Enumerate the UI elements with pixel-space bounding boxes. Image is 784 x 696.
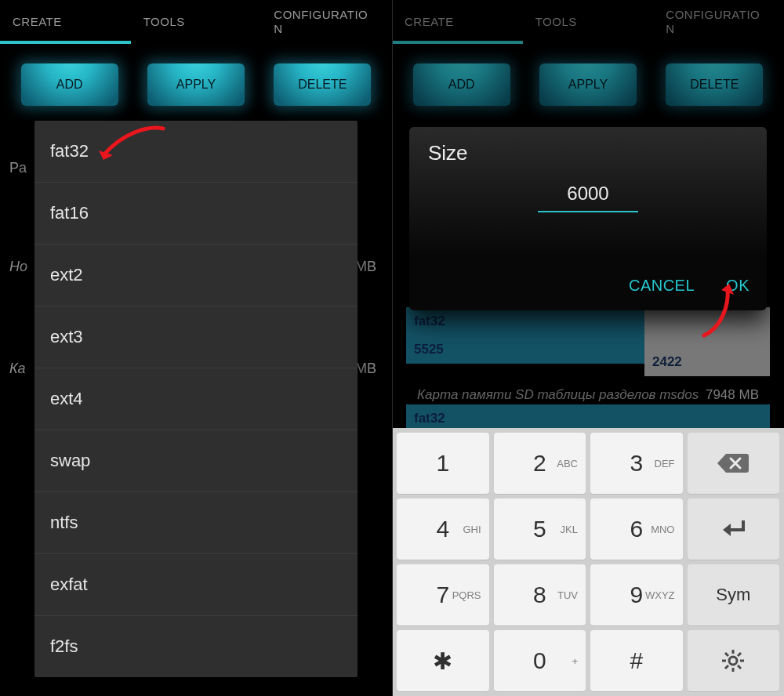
key-digit: 3 bbox=[630, 450, 643, 477]
key-digit: 6 bbox=[630, 516, 643, 542]
key-1[interactable]: 1 bbox=[397, 433, 489, 494]
key-digit: # bbox=[630, 647, 643, 674]
fs-option-label: f2fs bbox=[50, 636, 78, 657]
tab-tools[interactable]: TOOLS bbox=[131, 0, 262, 44]
fs-option-fat32[interactable]: fat32 bbox=[34, 121, 358, 183]
cancel-button[interactable]: CANCEL bbox=[629, 277, 695, 295]
action-bar: ADD APPLY DELETE bbox=[0, 45, 392, 117]
key-letters: TUV bbox=[557, 589, 578, 601]
key-letters: PQRS bbox=[452, 589, 481, 601]
key-3[interactable]: 3DEF bbox=[590, 433, 683, 494]
fs-option-label: swap bbox=[50, 451, 90, 471]
key-digit: 5 bbox=[533, 516, 546, 542]
fs-option-ntfs[interactable]: ntfs bbox=[34, 492, 358, 554]
svg-line-8 bbox=[725, 665, 728, 669]
fs-option-label: ext4 bbox=[50, 389, 83, 409]
key-star[interactable]: ✱ bbox=[397, 630, 489, 691]
delete-button[interactable]: DELETE bbox=[274, 63, 371, 106]
key-digit: 4 bbox=[436, 516, 449, 542]
key-8[interactable]: 8TUV bbox=[494, 564, 586, 625]
add-button[interactable]: ADD bbox=[21, 63, 118, 106]
key-7[interactable]: 7PQRS bbox=[397, 564, 489, 625]
enter-icon bbox=[720, 519, 746, 539]
peek-mb2: MB bbox=[355, 361, 376, 377]
key-letters: DEF bbox=[655, 458, 675, 469]
key-letters: JKL bbox=[561, 524, 578, 535]
key-letters: WXYZ bbox=[645, 589, 675, 601]
fs-option-swap[interactable]: swap bbox=[34, 430, 358, 492]
tab-config-label: CONFIGURATIO N bbox=[274, 8, 368, 36]
key-0[interactable]: 0+ bbox=[494, 630, 586, 691]
backspace-icon bbox=[717, 452, 750, 474]
fs-option-label: fat16 bbox=[50, 203, 89, 223]
peek-hov: Ho bbox=[9, 259, 27, 275]
fs-option-label: ntfs bbox=[50, 513, 78, 533]
fs-option-label: fat32 bbox=[50, 141, 89, 161]
key-enter[interactable] bbox=[688, 498, 780, 560]
key-letters: MNO bbox=[651, 524, 674, 535]
key-backspace[interactable] bbox=[688, 433, 780, 494]
peek-mb: MB bbox=[355, 259, 376, 275]
size-dialog: Size CANCEL OK bbox=[409, 127, 767, 310]
fs-option-f2fs[interactable]: f2fs bbox=[34, 616, 358, 677]
key-settings[interactable] bbox=[688, 630, 780, 691]
dialog-title: Size bbox=[428, 141, 748, 165]
tab-bar: CREATE TOOLS CONFIGURATIO N bbox=[0, 0, 392, 45]
key-5[interactable]: 5JKL bbox=[494, 498, 586, 560]
phone-left: CREATE TOOLS CONFIGURATIO N ADD APPLY DE… bbox=[0, 0, 392, 696]
svg-line-7 bbox=[738, 653, 741, 656]
key-digit: 8 bbox=[533, 582, 546, 608]
fs-option-label: ext3 bbox=[50, 327, 83, 347]
key-sym[interactable]: Sym bbox=[688, 564, 780, 625]
fs-option-ext3[interactable]: ext3 bbox=[34, 306, 358, 368]
key-2[interactable]: 2ABC bbox=[494, 433, 586, 494]
key-4[interactable]: 4GHI bbox=[397, 498, 489, 560]
apply-button[interactable]: APPLY bbox=[147, 63, 245, 106]
key-digit: 2 bbox=[533, 450, 546, 477]
fs-option-label: ext2 bbox=[50, 265, 83, 285]
svg-point-0 bbox=[729, 657, 737, 665]
tab-create-label: CREATE bbox=[13, 15, 62, 29]
key-label: Sym bbox=[716, 585, 750, 605]
phone-right: CREATE TOOLS CONFIGURATIO N ADD APPLY DE… bbox=[392, 0, 784, 696]
key-6[interactable]: 6MNO bbox=[590, 498, 683, 560]
key-digit: 1 bbox=[436, 450, 449, 477]
svg-line-5 bbox=[725, 653, 728, 656]
key-letters: + bbox=[572, 655, 578, 667]
tab-configuration[interactable]: CONFIGURATIO N bbox=[261, 0, 392, 44]
peek-kap: Ка bbox=[9, 361, 26, 377]
svg-line-6 bbox=[738, 665, 741, 669]
fs-option-exfat[interactable]: exfat bbox=[34, 554, 358, 616]
key-digit: ✱ bbox=[433, 647, 452, 675]
tab-tools-label: TOOLS bbox=[143, 15, 185, 29]
key-9[interactable]: 9WXYZ bbox=[590, 564, 683, 625]
numeric-keypad: 1 2ABC 3DEF 4GHI 5JKL 6MNO 7PQRS 8TUV 9W… bbox=[392, 428, 784, 696]
key-digit: 9 bbox=[630, 582, 643, 608]
filesystem-dropdown: fat32 fat16 ext2 ext3 ext4 swap ntfs exf… bbox=[34, 121, 358, 677]
ok-button[interactable]: OK bbox=[726, 277, 750, 295]
key-letters: ABC bbox=[557, 458, 578, 469]
gear-icon bbox=[721, 649, 745, 672]
key-digit: 7 bbox=[436, 582, 449, 608]
fs-option-label: exfat bbox=[50, 575, 88, 595]
apply-label: APPLY bbox=[176, 78, 216, 92]
key-letters: GHI bbox=[463, 524, 481, 535]
fs-option-ext4[interactable]: ext4 bbox=[34, 368, 358, 430]
screenshot-pair: CREATE TOOLS CONFIGURATIO N ADD APPLY DE… bbox=[0, 0, 784, 696]
tab-create[interactable]: CREATE bbox=[0, 0, 131, 44]
key-hash[interactable]: # bbox=[590, 630, 683, 691]
fs-option-fat16[interactable]: fat16 bbox=[34, 183, 358, 245]
delete-label: DELETE bbox=[298, 78, 347, 92]
fs-option-ext2[interactable]: ext2 bbox=[34, 245, 358, 306]
peek-text: Pa bbox=[9, 160, 27, 176]
size-input[interactable] bbox=[538, 179, 638, 212]
add-label: ADD bbox=[56, 78, 83, 92]
divider bbox=[392, 0, 393, 696]
key-digit: 0 bbox=[533, 647, 546, 674]
